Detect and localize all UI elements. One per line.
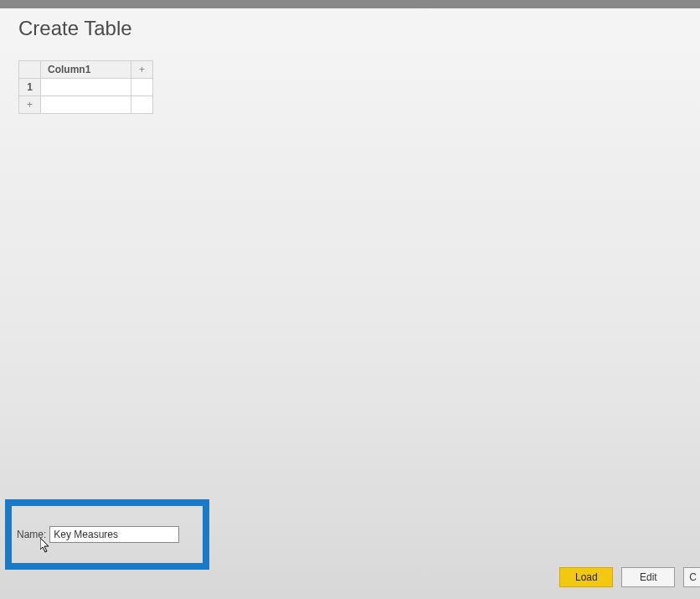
window-top-bar [0, 0, 700, 8]
row-number: 1 [19, 79, 41, 96]
name-field-highlight: Name: [5, 499, 209, 570]
table-corner-cell [19, 61, 41, 79]
name-input[interactable] [49, 526, 179, 543]
data-cell[interactable] [41, 79, 131, 96]
empty-cell-extra [131, 96, 153, 114]
add-column-button[interactable]: + [131, 61, 153, 79]
dialog-title: Create Table [0, 8, 700, 40]
table-row: 1 [19, 79, 153, 96]
cancel-button[interactable]: C [683, 567, 700, 587]
column-header[interactable]: Column1 [41, 61, 131, 79]
edit-button[interactable]: Edit [621, 567, 675, 587]
table-add-row: + [19, 96, 153, 114]
data-table: Column1 + 1 + [18, 60, 153, 114]
data-cell-extra [131, 79, 153, 96]
load-button[interactable]: Load [559, 567, 613, 587]
footer-buttons: Load Edit C [559, 567, 700, 587]
add-row-button[interactable]: + [19, 96, 41, 114]
empty-cell [41, 96, 131, 114]
name-label: Name: [17, 529, 46, 540]
table-header-row: Column1 + [19, 61, 153, 79]
table-editor: Column1 + 1 + [18, 60, 700, 114]
